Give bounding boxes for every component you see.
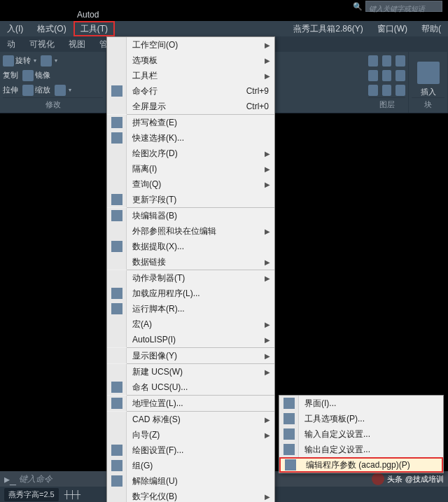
- layer-icon7[interactable]: [368, 85, 378, 96]
- ucs-icon: [111, 382, 122, 393]
- dd-label: 命令行: [127, 85, 246, 97]
- insert-button[interactable]: 插入: [421, 87, 436, 97]
- dd-label: 绘图次序(D): [127, 148, 265, 160]
- search-icon: 🔍: [353, 2, 363, 11]
- dd-item-36[interactable]: 数字化仪(B)▶: [107, 489, 274, 502]
- dd-label: 外部参照和块在位编辑: [127, 225, 265, 237]
- dd-item-29[interactable]: 地理位置(L)...: [107, 396, 274, 411]
- dd-label: 更新字段(T): [127, 194, 274, 206]
- sub-item-3[interactable]: 输出自定义设置...: [279, 442, 443, 457]
- dd-item-21[interactable]: 宏(A)▶: [107, 316, 274, 332]
- layer-icon1[interactable]: [368, 55, 378, 67]
- dd-item-1[interactable]: 选项板▶: [107, 53, 274, 68]
- menu-help[interactable]: 帮助(: [414, 21, 448, 36]
- chevron-right-icon: ▶: [265, 41, 274, 49]
- status-textheight[interactable]: 燕秀字高=2.5: [4, 488, 59, 501]
- menu-window[interactable]: 窗口(W): [370, 21, 414, 36]
- dd-item-34[interactable]: 组(G): [107, 458, 274, 473]
- dd-item-8[interactable]: 绘图次序(D)▶: [107, 146, 274, 161]
- rotate-button[interactable]: 旋转▾: [3, 55, 36, 67]
- data-icon: [111, 241, 122, 252]
- mirror-button[interactable]: 镜像: [22, 70, 50, 81]
- tab-view[interactable]: 视图: [62, 36, 92, 52]
- dd-item-7[interactable]: 快速选择(K)...: [107, 130, 274, 146]
- dd-item-19[interactable]: 加载应用程序(L)...: [107, 286, 274, 301]
- menu-yanxiu[interactable]: 燕秀工具箱2.86(Y): [286, 21, 370, 36]
- ui-icon: [284, 398, 295, 409]
- dd-label: 命名 UCS(U)...: [127, 382, 274, 393]
- trim-button[interactable]: ▾: [41, 55, 57, 67]
- search-input[interactable]: 键入关键字或短语: [365, 1, 442, 12]
- spell-icon: [111, 117, 122, 128]
- sub-item-0[interactable]: 界面(I)...: [279, 396, 443, 411]
- sub-item-1[interactable]: 工具选项板(P)...: [279, 411, 443, 426]
- dd-item-13[interactable]: 块编辑器(B): [107, 208, 274, 223]
- layer-icon5[interactable]: [382, 70, 392, 81]
- status-grid-icon[interactable]: ┼┼┼: [64, 490, 80, 498]
- dd-item-16[interactable]: 数据链接▶: [107, 254, 274, 270]
- dd-item-4[interactable]: 全屏显示Ctrl+0: [107, 99, 274, 114]
- dd-item-0[interactable]: 工作空间(O)▶: [107, 37, 274, 53]
- dd-item-3[interactable]: 命令行Ctrl+9: [107, 83, 274, 99]
- dd-item-10[interactable]: 查询(Q)▶: [107, 176, 274, 192]
- dd-item-27[interactable]: 命名 UCS(U)...: [107, 379, 274, 395]
- dd-label: 全屏显示: [127, 101, 246, 113]
- chevron-right-icon: ▶: [265, 431, 274, 439]
- dd-item-32[interactable]: 向导(Z)▶: [107, 427, 274, 442]
- field-icon: [111, 194, 122, 205]
- copy-button[interactable]: 复制: [3, 70, 18, 81]
- tab-visualize[interactable]: 可视化: [22, 36, 62, 52]
- dd-label: CAD 标准(S): [127, 414, 265, 426]
- dd-item-14[interactable]: 外部参照和块在位编辑▶: [107, 223, 274, 239]
- dd-shortcut: Ctrl+0: [246, 102, 274, 111]
- dd-item-24[interactable]: 显示图像(Y)▶: [107, 348, 274, 363]
- sub-label: 输入自定义设置...: [299, 428, 443, 440]
- sub-item-4[interactable]: 编辑程序参数 (acad.pgp)(P): [279, 457, 443, 473]
- menu-insert[interactable]: 入(I): [0, 21, 30, 36]
- scale-icon: [22, 85, 34, 96]
- dd-item-6[interactable]: 拼写检查(E): [107, 115, 274, 130]
- array-button[interactable]: ▾: [55, 85, 71, 96]
- block-icon: [111, 210, 122, 221]
- dd-label: 组(G): [127, 460, 274, 472]
- dd-label: 新建 UCS(W): [127, 366, 265, 378]
- layer-icon4[interactable]: [368, 70, 378, 81]
- dd-item-20[interactable]: 运行脚本(R)...: [107, 301, 274, 316]
- insert-big-icon[interactable]: [417, 62, 440, 84]
- dd-item-33[interactable]: 绘图设置(F)...: [107, 442, 274, 458]
- export-icon: [284, 444, 295, 455]
- sub-item-2[interactable]: 输入自定义设置...: [279, 426, 443, 442]
- chevron-right-icon: ▶: [265, 321, 274, 328]
- menu-format[interactable]: 格式(O): [30, 21, 73, 36]
- layer-icon3[interactable]: [396, 55, 405, 67]
- trim-icon: [41, 55, 52, 67]
- layer-icon6[interactable]: [396, 70, 405, 81]
- dd-item-2[interactable]: 工具栏▶: [107, 68, 274, 83]
- stretch-button[interactable]: 拉伸: [3, 85, 18, 95]
- chevron-right-icon: ▶: [265, 352, 274, 360]
- dd-item-18[interactable]: 动作录制器(T)▶: [107, 270, 274, 286]
- dd-item-9[interactable]: 隔离(I)▶: [107, 161, 274, 176]
- dd-item-22[interactable]: AutoLISP(I)▶: [107, 332, 274, 347]
- layer-icon8[interactable]: [382, 85, 392, 96]
- cmd-prompt: 键入命令: [19, 473, 52, 485]
- palette-icon: [284, 413, 295, 424]
- panel-block-label: 块: [412, 97, 444, 111]
- dd-item-35[interactable]: 解除编组(U): [107, 473, 274, 489]
- dd-label: 数据提取(X)...: [127, 241, 274, 253]
- dd-item-26[interactable]: 新建 UCS(W)▶: [107, 364, 274, 379]
- tab-1[interactable]: 动: [0, 36, 22, 52]
- dd-item-31[interactable]: CAD 标准(S)▶: [107, 412, 274, 427]
- sub-label: 工具选项板(P)...: [299, 413, 443, 425]
- layer-icon2[interactable]: [382, 55, 392, 67]
- chevron-right-icon: ▶: [265, 274, 274, 282]
- dd-label: AutoLISP(I): [127, 335, 265, 344]
- group-icon: [111, 460, 122, 471]
- watermark: 头条 @技成培训: [372, 473, 444, 485]
- cmd-icon: ▸_: [4, 473, 16, 486]
- dd-item-15[interactable]: 数据提取(X)...: [107, 239, 274, 254]
- dd-item-11[interactable]: 更新字段(T): [107, 192, 274, 207]
- scale-button[interactable]: 缩放: [22, 85, 50, 96]
- menu-tools[interactable]: 工具(T): [74, 21, 115, 36]
- layer-icon9[interactable]: [396, 85, 405, 96]
